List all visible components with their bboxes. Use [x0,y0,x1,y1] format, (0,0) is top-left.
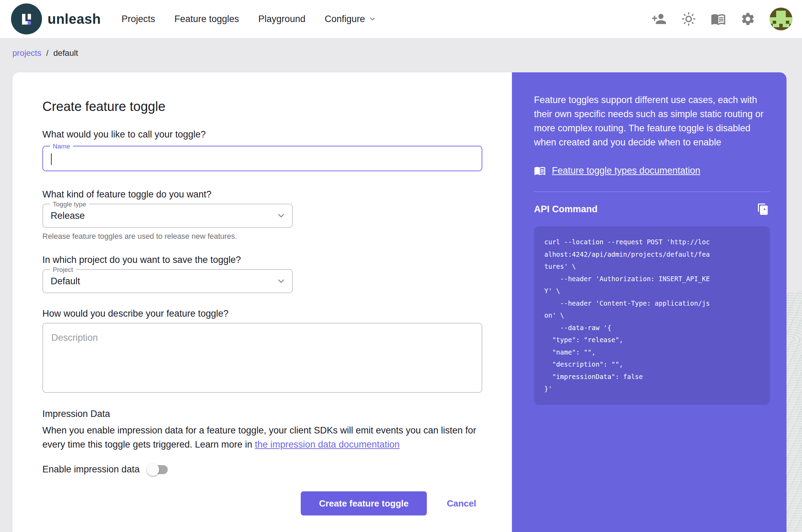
form-actions: Create feature toggle Cancel [301,491,512,515]
user-avatar[interactable] [770,8,792,30]
add-user-icon[interactable] [651,11,667,27]
type-question: What kind of feature toggle do you want? [42,188,512,200]
breadcrumb-projects-link[interactable]: projects [12,48,41,58]
project-question: In which project do you want to save the… [42,254,512,266]
nav-item-projects[interactable]: Projects [122,14,155,24]
decorative-texture [786,291,802,532]
toggle-type-value: Release [51,211,85,221]
chevron-down-icon [276,276,286,286]
sidebar-docs-row: Feature toggle types documentation [534,165,770,176]
brand-wordmark: unleash [48,11,101,27]
toggle-type-helper: Release feature toggles are used to rele… [42,232,512,241]
gear-icon[interactable] [740,11,756,27]
impression-data-switch[interactable] [148,465,168,474]
create-toggle-card: Create feature toggle What would you lik… [12,72,786,532]
project-select[interactable]: Project Default [42,269,293,293]
unleash-logo-icon [11,3,42,34]
name-field-border: Name [42,146,482,171]
name-question: What would you like to call your toggle? [42,129,512,140]
nav-item-configure[interactable]: Configure [325,14,376,24]
menu-book-icon[interactable] [710,11,726,27]
impression-data-heading: Impression Data [42,409,512,419]
impression-data-text: When you enable impression data for a fe… [42,423,485,452]
breadcrumb: projects / default [12,48,78,58]
text-caret [51,153,52,165]
project-value: Default [51,276,80,287]
enable-impression-row: Enable impression data [42,464,512,475]
project-label: Project [50,266,76,274]
page-title: Create feature toggle [42,98,512,115]
nav-item-configure-label: Configure [325,14,365,24]
main-nav: Projects Feature toggles Playground Conf… [122,14,376,24]
impression-docs-link[interactable]: the impression data documentation [255,439,400,450]
breadcrumb-current: default [53,48,78,58]
api-command-row: API Command [534,202,770,216]
create-toggle-form: Create feature toggle What would you lik… [12,72,512,532]
nav-item-playground[interactable]: Playground [258,14,306,24]
toggle-type-select[interactable]: Toggle type Release [42,204,293,228]
api-command-code: curl --location --request POST 'http://l… [544,236,760,395]
description-field-border [42,323,482,393]
copy-icon[interactable] [756,202,770,216]
name-input[interactable] [43,146,482,171]
chevron-down-icon [276,211,286,221]
navbar-actions [651,0,792,38]
breadcrumb-separator: / [46,48,49,58]
feature-toggle-types-doc-link[interactable]: Feature toggle types documentation [552,165,700,176]
menu-book-icon [534,165,546,176]
toggle-type-label: Toggle type [50,201,89,208]
top-navbar: unleash Projects Feature toggles Playgro… [0,0,802,38]
unleash-logo[interactable]: unleash [11,3,101,34]
api-command-code-block: curl --location --request POST 'http://l… [534,226,770,405]
brightness-icon[interactable] [681,11,697,27]
switch-thumb [147,463,159,476]
description-question: How would you describe your feature togg… [42,308,512,319]
enable-impression-label: Enable impression data [42,464,140,475]
cancel-button[interactable]: Cancel [447,498,476,509]
info-sidebar: Feature toggles support different use ca… [512,72,786,532]
nav-item-feature-toggles[interactable]: Feature toggles [174,14,239,24]
sidebar-divider [534,192,770,192]
create-feature-toggle-button[interactable]: Create feature toggle [301,491,427,515]
chevron-down-icon [369,15,376,23]
sidebar-intro-text: Feature toggles support different use ca… [534,93,770,150]
description-textarea[interactable] [43,324,482,392]
api-command-heading: API Command [534,204,598,215]
